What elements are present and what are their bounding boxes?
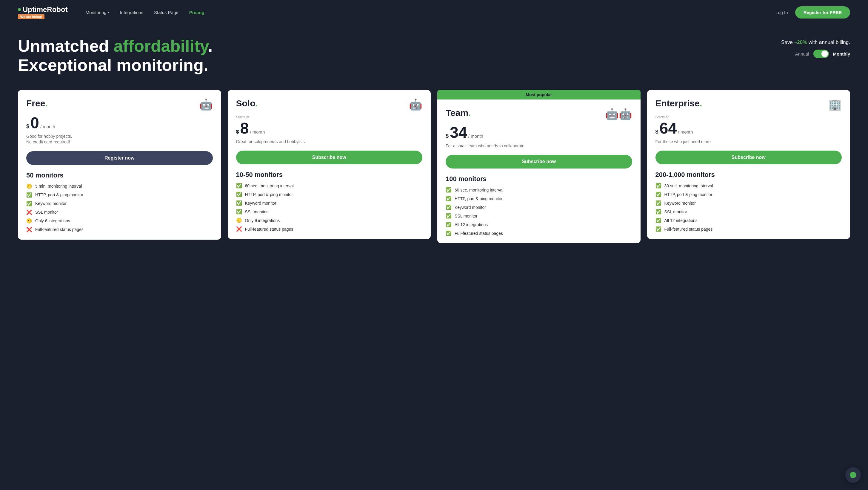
price-dollar-sign: $ xyxy=(655,129,658,135)
feature-item: ✅ Full-featured status pages xyxy=(655,226,842,232)
feature-icon: 😐 xyxy=(26,183,32,189)
feature-text: Full-featured status pages xyxy=(455,231,503,236)
feature-item: ✅ 60 sec. monitoring interval xyxy=(446,187,632,193)
chat-bubble-button[interactable] xyxy=(845,467,861,483)
nav-pricing[interactable]: Pricing xyxy=(189,10,205,15)
starts-at-label: Starts at xyxy=(655,115,842,119)
feature-icon: ✅ xyxy=(446,187,452,193)
plan-description: For a small team who needs to collaborat… xyxy=(446,143,632,149)
plan-description: Good for hobby projects.No credit card r… xyxy=(26,134,213,145)
hero-line2: Exceptional monitoring. xyxy=(18,56,213,75)
hiring-badge[interactable]: We are hiring! xyxy=(18,15,44,19)
cta-button-solo[interactable]: Subscribe now xyxy=(236,151,423,164)
hero-line1: Unmatched affordability. xyxy=(18,36,213,56)
price-dollar-sign: $ xyxy=(26,123,29,130)
price-row: $ 64 / month xyxy=(655,120,842,136)
price-row: $ 0 / month xyxy=(26,115,213,131)
starts-at-label: Starts at xyxy=(236,115,423,119)
plan-icon: 🤖 xyxy=(199,98,213,111)
feature-item: ❌ Full-featured status pages xyxy=(236,226,423,232)
feature-text: HTTP, port & ping monitor xyxy=(245,192,293,197)
nav-status-page[interactable]: Status Page xyxy=(154,10,179,15)
feature-icon: ✅ xyxy=(446,230,452,236)
cta-button-free[interactable]: Register now xyxy=(26,151,213,165)
navbar: UptimeRobot We are hiring! Monitoring ▾ … xyxy=(0,0,868,25)
cards-wrapper: Free. 🤖 $ 0 / month Good for hobby proje… xyxy=(18,90,850,243)
feature-icon: ✅ xyxy=(236,183,242,189)
nav-links: Monitoring ▾ Integrations Status Page Pr… xyxy=(86,10,764,15)
nav-monitoring[interactable]: Monitoring ▾ xyxy=(86,10,109,15)
monitors-heading: 200-1,000 monitors xyxy=(655,171,842,179)
plan-card-solo: Solo. 🤖 Starts at $ 8 / month Great for … xyxy=(228,90,431,239)
card-inner: Enterprise. 🏢 Starts at $ 64 / month For… xyxy=(647,90,850,239)
feature-text: Full-featured status pages xyxy=(245,227,293,232)
feature-icon: ❌ xyxy=(236,226,242,232)
feature-text: HTTP, port & ping monitor xyxy=(455,196,503,201)
monitors-heading: 100 monitors xyxy=(446,175,632,183)
monitors-heading: 10-50 monitors xyxy=(236,171,423,179)
plan-icon: 🏢 xyxy=(828,98,842,111)
feature-list: ✅ 60 sec. monitoring interval ✅ HTTP, po… xyxy=(446,187,632,236)
card-header: Enterprise. 🏢 xyxy=(655,98,842,111)
toggle-knob xyxy=(822,51,828,57)
chat-icon xyxy=(849,471,857,479)
feature-item: ✅ HTTP, port & ping monitor xyxy=(26,192,213,198)
feature-text: SSL monitor xyxy=(245,209,268,214)
nav-integrations[interactable]: Integrations xyxy=(120,10,143,15)
feature-item: 😐 5 min. monitoring interval xyxy=(26,183,213,189)
feature-item: ✅ Keyword monitor xyxy=(655,200,842,206)
card-inner: Team. 🤖🤖 $ 34 / month For a small team w… xyxy=(437,99,641,243)
feature-item: ✅ HTTP, port & ping monitor xyxy=(655,192,842,197)
feature-text: All 12 integrations xyxy=(664,218,698,223)
feature-text: HTTP, port & ping monitor xyxy=(664,192,712,197)
logo-dot-icon xyxy=(18,8,21,11)
price-amount: 64 xyxy=(660,120,677,136)
logo-wrapper: UptimeRobot We are hiring! xyxy=(18,5,68,19)
most-popular-badge: Most popular xyxy=(437,90,641,99)
feature-text: 30 sec. monitoring interval xyxy=(664,183,713,188)
plan-name: Solo. xyxy=(236,98,258,109)
register-free-button[interactable]: Register for FREE xyxy=(795,6,850,19)
price-amount: 8 xyxy=(240,120,249,136)
hero-section: Unmatched affordability. Exceptional mon… xyxy=(0,25,868,81)
card-inner: Free. 🤖 $ 0 / month Good for hobby proje… xyxy=(18,90,221,240)
hero-title: Unmatched affordability. Exceptional mon… xyxy=(18,36,213,75)
cta-button-team[interactable]: Subscribe now xyxy=(446,155,632,169)
feature-text: Full-featured status pages xyxy=(35,227,84,232)
card-header: Team. 🤖🤖 xyxy=(446,108,632,120)
cta-button-enterprise[interactable]: Subscribe now xyxy=(655,151,842,164)
feature-icon: ✅ xyxy=(655,183,661,189)
feature-text: 5 min. monitoring interval xyxy=(35,184,82,189)
nav-right: Log In Register for FREE xyxy=(775,6,850,19)
feature-text: Keyword monitor xyxy=(664,201,696,206)
feature-icon: ✅ xyxy=(446,204,452,210)
plan-card-free: Free. 🤖 $ 0 / month Good for hobby proje… xyxy=(18,90,221,240)
feature-text: Keyword monitor xyxy=(245,201,276,206)
price-amount: 0 xyxy=(30,115,39,131)
feature-icon: ✅ xyxy=(236,192,242,197)
card-header: Free. 🤖 xyxy=(26,98,213,111)
billing-toggle-switch[interactable] xyxy=(813,50,829,58)
feature-icon: ✅ xyxy=(446,213,452,219)
plan-card-enterprise: Enterprise. 🏢 Starts at $ 64 / month For… xyxy=(647,90,850,239)
feature-text: All 12 integrations xyxy=(455,222,488,227)
feature-text: 60 sec. monitoring interval xyxy=(245,183,294,188)
feature-text: 60 sec. monitoring interval xyxy=(455,188,503,193)
login-button[interactable]: Log In xyxy=(775,10,788,15)
feature-icon: ✅ xyxy=(26,201,32,206)
feature-icon: ✅ xyxy=(236,209,242,214)
logo[interactable]: UptimeRobot xyxy=(18,5,68,14)
monitors-heading: 50 monitors xyxy=(26,172,213,179)
feature-item: ❌ SSL monitor xyxy=(26,209,213,215)
feature-icon: ✅ xyxy=(655,192,661,197)
feature-item: ✅ Full-featured status pages xyxy=(446,230,632,236)
feature-icon: ✅ xyxy=(655,226,661,232)
price-row: $ 34 / month xyxy=(446,124,632,140)
feature-item: 😐 Only 6 integrations xyxy=(26,218,213,224)
feature-text: Only 9 integrations xyxy=(245,218,280,223)
price-period: / month xyxy=(678,129,693,135)
feature-text: Keyword monitor xyxy=(35,201,67,206)
save-text: Save ~20% with annual billing. xyxy=(781,39,850,46)
feature-icon: ✅ xyxy=(655,218,661,223)
plan-name: Enterprise. xyxy=(655,98,702,109)
